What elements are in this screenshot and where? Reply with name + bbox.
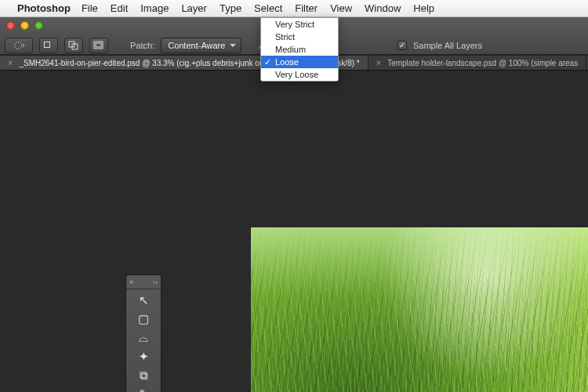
mac-menubar: Photoshop File Edit Image Layer Type Sel… xyxy=(0,0,588,17)
close-tab-icon[interactable]: × xyxy=(8,58,13,67)
menu-type[interactable]: Type xyxy=(220,2,241,14)
app-name[interactable]: Photoshop xyxy=(17,2,71,14)
patch-mode-value: Content-Aware xyxy=(168,41,225,50)
menu-view[interactable]: View xyxy=(330,2,352,14)
options-bar: Patch: Content-Aware Adaptation ✓ Sample… xyxy=(5,38,482,53)
adaptation-option-label: Loose xyxy=(275,57,299,67)
document-tab-label: Template holder-landscape.psd @ 100% (si… xyxy=(387,59,578,67)
menu-layer[interactable]: Layer xyxy=(181,2,207,14)
svg-point-0 xyxy=(15,42,22,49)
patch-destination-icon[interactable] xyxy=(64,38,83,53)
menu-edit[interactable]: Edit xyxy=(111,2,128,14)
patch-transparent-icon[interactable] xyxy=(89,38,108,53)
adaptation-option-label: Very Strict xyxy=(275,20,314,29)
sample-all-layers-checkbox[interactable]: ✓ xyxy=(397,41,407,50)
menu-filter[interactable]: Filter xyxy=(295,2,318,14)
tool-preset-picker[interactable] xyxy=(5,38,33,53)
sample-all-layers-label: Sample All Layers xyxy=(413,41,482,50)
tools-panel[interactable]: ×›› ↖▢⌓✦⧉✎✹⸝ xyxy=(125,274,162,392)
magic-wand-tool[interactable]: ✦ xyxy=(133,347,154,366)
close-tab-icon[interactable]: × xyxy=(376,58,381,67)
eyedropper-tool[interactable]: ✎ xyxy=(133,385,154,392)
adaptation-option[interactable]: Strict xyxy=(261,31,338,43)
close-panel-icon[interactable]: × xyxy=(129,278,133,286)
adaptation-option-label: Strict xyxy=(275,32,295,42)
menu-help[interactable]: Help xyxy=(413,2,434,14)
crop-tool[interactable]: ⧉ xyxy=(133,366,154,385)
tools-panel-header[interactable]: ×›› xyxy=(126,278,161,289)
canvas-image[interactable] xyxy=(251,227,588,392)
menu-select[interactable]: Select xyxy=(254,2,282,14)
svg-rect-5 xyxy=(96,43,101,47)
adaptation-option[interactable]: ✓Loose xyxy=(261,56,338,68)
adaptation-option[interactable]: Medium xyxy=(261,43,338,56)
check-icon: ✓ xyxy=(264,57,271,67)
svg-rect-1 xyxy=(45,42,50,48)
patch-label: Patch: xyxy=(130,41,154,50)
workspace: ×›› ↖▢⌓✦⧉✎✹⸝ xyxy=(0,71,588,392)
document-tab-2[interactable]: × Template holder-landscape.psd @ 100% (… xyxy=(368,56,587,70)
adaptation-option[interactable]: Very Strict xyxy=(261,18,338,31)
lasso-tool[interactable]: ⌓ xyxy=(133,328,154,347)
close-window-icon[interactable] xyxy=(6,21,15,30)
menu-image[interactable]: Image xyxy=(140,2,169,14)
adaptation-option-label: Very Loose xyxy=(275,70,318,79)
patch-mode-dropdown[interactable]: Content-Aware xyxy=(161,38,241,53)
adaptation-option[interactable]: Very Loose xyxy=(261,68,338,81)
adaptation-option-label: Medium xyxy=(275,45,306,54)
menu-file[interactable]: File xyxy=(82,2,98,14)
zoom-window-icon[interactable] xyxy=(34,21,43,30)
minimize-window-icon[interactable] xyxy=(20,21,29,30)
window-controls xyxy=(6,21,43,30)
adaptation-dropdown-menu: Very StrictStrictMedium✓LooseVery Loose xyxy=(260,17,339,82)
menu-window[interactable]: Window xyxy=(365,2,401,14)
move-tool[interactable]: ↖ xyxy=(133,291,154,310)
collapse-panel-icon[interactable]: ›› xyxy=(153,278,158,286)
marquee-tool[interactable]: ▢ xyxy=(133,310,154,328)
patch-source-icon[interactable] xyxy=(39,38,58,53)
